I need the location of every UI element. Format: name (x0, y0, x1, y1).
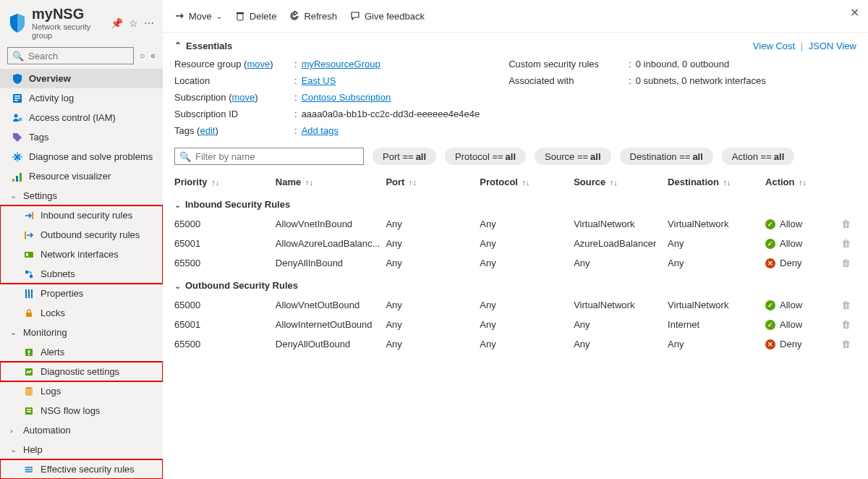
sidebar-item-tags[interactable]: Tags (0, 127, 163, 147)
flow-logs-icon (23, 405, 35, 417)
sidebar-item-locks[interactable]: Locks (0, 303, 163, 323)
circle-icon[interactable]: ○ (140, 51, 145, 61)
table-row[interactable]: 65000AllowVnetOutBoundAnyAnyVirtualNetwo… (174, 295, 856, 315)
shield-icon (9, 13, 26, 33)
delete-row-icon[interactable]: 🗑 (841, 339, 851, 349)
delete-row-icon[interactable]: 🗑 (841, 319, 851, 330)
view-cost-link[interactable]: View Cost (753, 41, 795, 51)
sidebar-item-subnets[interactable]: Subnets (0, 264, 163, 284)
collapse-icon[interactable]: « (150, 51, 156, 61)
table-row[interactable]: 65001AllowInternetOutBoundAnyAnyAnyInter… (174, 315, 856, 334)
col-port[interactable]: Port ↑↓ (386, 172, 480, 192)
filter-pill-port[interactable]: Port == all (373, 148, 436, 165)
sidebar-group-monitoring[interactable]: ⌄ Monitoring (0, 323, 163, 342)
sidebar-item-alerts[interactable]: Alerts (0, 342, 163, 362)
col-name[interactable]: Name ↑↓ (276, 172, 386, 192)
ess-rg-value[interactable]: myResourceGroup (302, 59, 380, 69)
allow-icon: ✓ (765, 239, 775, 249)
svg-rect-18 (26, 313, 32, 317)
refresh-button[interactable]: Refresh (289, 11, 337, 22)
diag-settings-icon (23, 366, 35, 378)
ess-location-value[interactable]: East US (302, 75, 336, 86)
svg-rect-13 (25, 271, 28, 274)
col-destination[interactable]: Destination ↑↓ (668, 172, 765, 192)
nic-icon (23, 249, 35, 260)
move-button[interactable]: Move ⌄ (174, 11, 222, 22)
sidebar-item-effective-rules[interactable]: Effective security rules (0, 459, 163, 479)
feedback-button[interactable]: Give feedback (350, 11, 425, 22)
sidebar-item-outbound-rules[interactable]: Outbound security rules (0, 225, 163, 245)
edit-tags-link[interactable]: edit (200, 125, 215, 136)
essentials-toggle[interactable]: ⌃ Essentials (174, 41, 232, 51)
sidebar-item-logs[interactable]: Logs (0, 381, 163, 401)
table-row[interactable]: 65001AllowAzureLoadBalanc...AnyAnyAzureL… (174, 234, 856, 253)
sidebar-item-properties[interactable]: Properties (0, 284, 163, 303)
ess-rg-label: Resource group (174, 59, 242, 69)
col-action[interactable]: Action ↑↓ (765, 172, 838, 192)
sidebar-group-settings[interactable]: ⌄ Settings (0, 186, 163, 205)
table-row[interactable]: 65500DenyAllOutBoundAnyAnyAnyAny✕Deny🗑 (174, 334, 856, 354)
ess-sub-value[interactable]: Contoso Subscription (302, 92, 391, 103)
delete-row-icon[interactable]: 🗑 (841, 219, 851, 229)
filter-name-box[interactable]: 🔍 (174, 148, 364, 165)
delete-row-icon[interactable]: 🗑 (841, 300, 851, 310)
command-bar: Move ⌄ Delete Refresh Give feedback (174, 0, 856, 32)
pin-icon[interactable]: 📌 (111, 17, 123, 29)
visualizer-icon (12, 171, 23, 182)
add-tags-link[interactable]: Add tags (302, 125, 339, 136)
trash-icon (235, 11, 245, 21)
filter-pill-protocol[interactable]: Protocol == all (445, 148, 526, 165)
table-row[interactable]: 65000AllowVnetInBoundAnyAnyVirtualNetwor… (174, 214, 856, 234)
shield-small-icon (12, 73, 23, 85)
col-priority[interactable]: Priority ↑↓ (174, 172, 276, 192)
sidebar-group-automation[interactable]: › Automation (0, 420, 163, 440)
delete-button[interactable]: Delete (235, 11, 277, 22)
deny-icon: ✕ (765, 258, 775, 268)
ess-subid-value: aaaa0a0a-bb1b-cc2c-dd3d-eeeeee4e4e4e (302, 109, 480, 119)
svg-point-5 (19, 117, 22, 121)
sidebar-item-diagnostic-settings[interactable]: Diagnostic settings (0, 362, 163, 381)
sidebar-item-visualizer[interactable]: Resource visualizer (0, 166, 163, 186)
star-icon[interactable]: ☆ (129, 17, 138, 29)
sidebar-item-activity-log[interactable]: Activity log (0, 88, 163, 108)
close-icon[interactable]: ✕ (850, 6, 859, 20)
delete-row-icon[interactable]: 🗑 (841, 238, 851, 249)
sidebar-item-flow-logs[interactable]: NSG flow logs (0, 401, 163, 420)
move-sub-link[interactable]: move (232, 92, 255, 103)
filter-pill-destination[interactable]: Destination == all (620, 148, 713, 165)
properties-icon (23, 288, 35, 300)
sidebar-item-overview[interactable]: Overview (0, 69, 163, 88)
table-group-row[interactable]: ⌄Outbound Security Rules (174, 273, 856, 295)
filter-name-input[interactable] (194, 151, 359, 163)
svg-rect-25 (237, 14, 243, 20)
chevron-down-icon: ⌄ (174, 281, 181, 290)
chevron-up-icon: ⌃ (174, 41, 182, 51)
move-icon (174, 11, 184, 21)
sidebar-item-inbound-rules[interactable]: Inbound security rules (0, 205, 163, 225)
chevron-down-icon: ⌄ (216, 12, 222, 20)
ess-assoc-value: 0 subnets, 0 network interfaces (636, 75, 766, 86)
move-rg-link[interactable]: move (247, 59, 270, 69)
json-view-link[interactable]: JSON View (809, 41, 856, 51)
col-source[interactable]: Source ↑↓ (574, 172, 668, 192)
alerts-icon (23, 347, 35, 358)
sidebar-search-input[interactable] (27, 50, 129, 62)
sidebar-item-diagnose[interactable]: Diagnose and solve problems (0, 147, 163, 166)
filter-pill-source[interactable]: Source == all (535, 148, 610, 165)
filter-pill-action[interactable]: Action == all (722, 148, 794, 165)
sidebar: myNSG Network security group 📌 ☆ ⋯ 🔍 ○ «… (0, 0, 163, 479)
ess-custom-rules-label: Custom security rules (509, 59, 624, 69)
sidebar-item-iam[interactable]: Access control (IAM) (0, 108, 163, 127)
col-protocol[interactable]: Protocol ↑↓ (480, 172, 574, 192)
svg-rect-10 (25, 232, 26, 239)
table-group-row[interactable]: ⌄Inbound Security Rules (174, 192, 856, 214)
sidebar-nav: Overview Activity log Access control (IA… (0, 69, 163, 479)
more-icon[interactable]: ⋯ (144, 17, 154, 29)
sidebar-item-network-interfaces[interactable]: Network interfaces (0, 245, 163, 264)
chevron-down-icon: ⌄ (10, 445, 20, 454)
delete-row-icon[interactable]: 🗑 (841, 258, 851, 268)
effective-rules-icon (23, 464, 35, 475)
sidebar-group-help[interactable]: ⌄ Help (0, 440, 163, 459)
table-row[interactable]: 65500DenyAllInBoundAnyAnyAnyAny✕Deny🗑 (174, 253, 856, 273)
sidebar-search[interactable]: 🔍 (7, 47, 134, 64)
